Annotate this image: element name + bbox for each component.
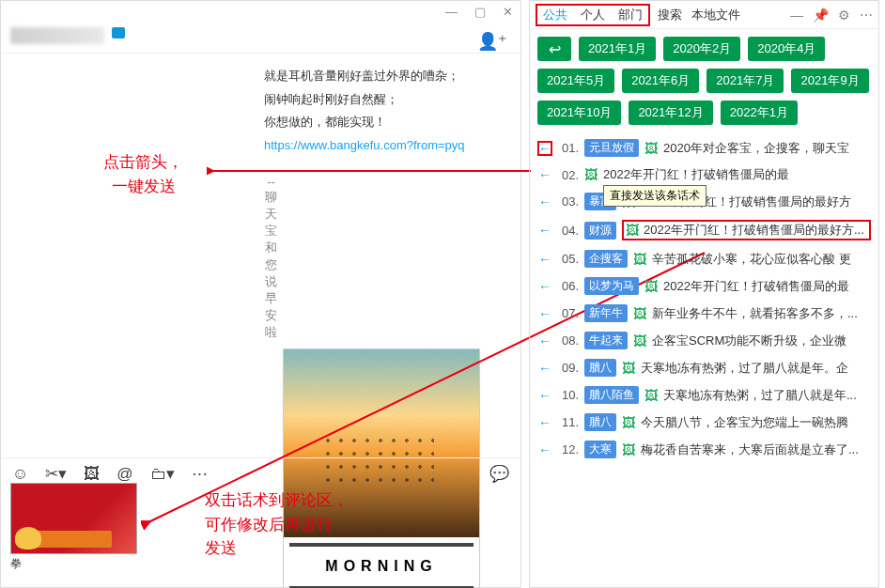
- more-icon[interactable]: ⋯: [192, 464, 208, 484]
- folder-button[interactable]: 2020年4月: [748, 37, 825, 61]
- message-line: 你想做的，都能实现！: [264, 111, 505, 134]
- row-tag: 腊八: [584, 413, 616, 431]
- row-title: 2020年对企客宝，企搜客，聊天宝: [663, 140, 871, 157]
- send-arrow-icon[interactable]: ←: [537, 388, 552, 403]
- folder-button[interactable]: 2021年6月: [622, 69, 699, 93]
- send-arrow-icon[interactable]: ←: [537, 333, 552, 348]
- send-arrow-icon[interactable]: ←: [537, 442, 552, 457]
- pin-icon[interactable]: 📌: [813, 8, 829, 23]
- more-icon[interactable]: ⋯: [860, 8, 873, 23]
- row-title: 梅花香自苦寒来，大寒后面就是立春了...: [641, 441, 871, 458]
- row-title: 企客宝SCRM功能不断升级，企业微: [652, 333, 871, 349]
- folder-list: ↩ 2021年1月 2020年2月 2020年4月 2021年5月 2021年6…: [530, 29, 878, 131]
- list-item[interactable]: ← 09. 腊八 🖼 天寒地冻有热粥，过了腊八就是年。企: [536, 354, 873, 381]
- row-tag: 财源: [584, 222, 616, 240]
- image-icon: 🖼: [644, 279, 658, 294]
- tab-search[interactable]: 搜索: [658, 7, 682, 23]
- row-number: 01.: [558, 141, 579, 155]
- minimize-icon[interactable]: —: [445, 5, 458, 19]
- send-arrow-icon[interactable]: ←: [537, 194, 552, 209]
- message-line: 闹钟响起时刚好自然醒；: [264, 88, 505, 112]
- row-title: 2022年开门红！打破销售僵局的最好方...: [644, 222, 867, 239]
- send-arrow-icon[interactable]: ←: [537, 223, 552, 238]
- message-link[interactable]: https://www.bangkefu.com?from=pyq: [264, 134, 505, 158]
- row-tag: 企搜客: [584, 250, 628, 268]
- send-arrow-icon[interactable]: ←: [537, 279, 552, 294]
- folder-icon[interactable]: 🗀▾: [150, 464, 175, 484]
- folder-button[interactable]: 2021年5月: [537, 69, 614, 93]
- list-item[interactable]: ← 02. 🖼 2022年开门红！打破销售僵局的最: [536, 162, 873, 188]
- image-icon: 🖼: [626, 223, 639, 238]
- annotation-callout-2: 双击话术到评论区， 可作修改后再进行 发送: [205, 488, 349, 561]
- emoji-icon[interactable]: ☺: [12, 465, 28, 484]
- send-arrow-icon[interactable]: ←: [537, 415, 552, 430]
- row-title: 天寒地冻有热粥，过了腊八就是年...: [663, 387, 871, 404]
- scissors-icon[interactable]: ✂▾: [45, 464, 67, 484]
- thumb-caption: 拳: [10, 556, 137, 572]
- row-number: 04.: [558, 224, 579, 238]
- folder-button[interactable]: 2021年7月: [706, 69, 784, 93]
- message-signature: -- 聊天宝和您说早安啦: [1, 175, 278, 341]
- annotation-callout-1: 点击箭头， 一键发送: [103, 150, 183, 198]
- folder-button[interactable]: 2021年12月: [629, 101, 712, 125]
- attached-image-thumbnail[interactable]: [10, 483, 137, 554]
- folder-button[interactable]: 2021年10月: [537, 101, 621, 125]
- tab-local-files[interactable]: 本地文件: [691, 7, 740, 23]
- list-item[interactable]: ← 04. 财源 🖼 2022年开门红！打破销售僵局的最好方...: [536, 215, 873, 245]
- minimize-icon[interactable]: —: [790, 8, 803, 23]
- gear-icon[interactable]: ⚙: [838, 8, 850, 23]
- image-icon: 🖼: [644, 141, 658, 156]
- send-arrow-icon[interactable]: ←: [537, 167, 552, 182]
- maximize-icon[interactable]: ▢: [474, 5, 486, 19]
- row-tag: 以梦为马: [584, 277, 639, 295]
- quote-icon[interactable]: 💬: [489, 464, 509, 484]
- list-item[interactable]: ← 11. 腊八 🖼 今天腊八节，企客宝为您端上一碗热腾: [536, 409, 873, 436]
- mention-icon[interactable]: @: [116, 465, 132, 484]
- send-arrow-icon[interactable]: ←: [537, 252, 552, 267]
- row-number: 11.: [558, 415, 579, 429]
- image-icon[interactable]: 🖼: [84, 465, 100, 484]
- monitor-icon: [112, 27, 125, 39]
- folder-button[interactable]: 2021年1月: [579, 37, 656, 61]
- list-item[interactable]: ← 10. 腊八陌鱼 🖼 天寒地冻有热粥，过了腊八就是年...: [536, 381, 873, 409]
- folder-button[interactable]: 2021年9月: [791, 69, 868, 93]
- tab-public[interactable]: 公共: [541, 7, 569, 23]
- folder-button[interactable]: 2022年1月: [721, 101, 798, 125]
- back-button[interactable]: ↩: [537, 37, 571, 61]
- add-user-icon[interactable]: 👤⁺: [477, 31, 507, 52]
- list-item[interactable]: ← 05. 企搜客 🖼 辛苦孤花破小寒，花心应似客心酸 更: [536, 245, 873, 272]
- list-item[interactable]: ← 12. 大寒 🖼 梅花香自苦寒来，大寒后面就是立春了...: [536, 436, 873, 463]
- send-arrow-icon[interactable]: ←: [537, 361, 552, 376]
- script-library-panel: 公共 个人 部门 搜索 本地文件 — 📌 ⚙ ⋯ ↩ 2021年1月 2020年…: [529, 0, 879, 588]
- row-number: 06.: [558, 279, 579, 293]
- row-tag: 元旦放假: [584, 139, 639, 157]
- row-title: 新年业务牛不牛，就看拓客多不多，...: [652, 305, 871, 322]
- highlighted-box: 🖼 2022年开门红！打破销售僵局的最好方...: [622, 220, 871, 240]
- list-item[interactable]: ← 06. 以梦为马 🖼 2022年开门红！打破销售僵局的最: [536, 272, 873, 300]
- message-line: 就是耳机音量刚好盖过外界的嘈杂；: [264, 65, 505, 88]
- row-number: 08.: [558, 333, 579, 348]
- input-area[interactable]: 拳: [10, 483, 137, 572]
- message-bubble: 就是耳机音量刚好盖过外界的嘈杂； 闹钟响起时刚好自然醒； 你想做的，都能实现！ …: [1, 54, 520, 165]
- image-icon: 🖼: [584, 167, 598, 182]
- send-arrow-icon[interactable]: ←: [537, 306, 552, 321]
- row-number: 03.: [558, 194, 579, 209]
- tab-department[interactable]: 部门: [616, 7, 644, 23]
- header-rest: 搜索 本地文件: [658, 7, 740, 23]
- side-header: 公共 个人 部门 搜索 本地文件 — 📌 ⚙ ⋯: [530, 1, 878, 29]
- image-icon: 🖼: [622, 442, 635, 457]
- send-arrow-icon[interactable]: ←: [537, 141, 552, 156]
- close-icon[interactable]: ✕: [503, 5, 513, 19]
- row-number: 02.: [558, 168, 579, 182]
- list-item[interactable]: ← 08. 牛起来 🖼 企客宝SCRM功能不断升级，企业微: [536, 327, 873, 354]
- list-item[interactable]: ← 07. 新年牛 🖼 新年业务牛不牛，就看拓客多不多，...: [536, 300, 873, 327]
- row-title: 今天腊八节，企客宝为您端上一碗热腾: [641, 414, 871, 431]
- tab-personal[interactable]: 个人: [579, 7, 607, 23]
- scope-tabs-boxed: 公共 个人 部门: [536, 4, 650, 26]
- row-title: 辛苦孤花破小寒，花心应似客心酸 更: [652, 251, 871, 268]
- list-item[interactable]: ← 01. 元旦放假 🖼 2020年对企客宝，企搜客，聊天宝: [536, 134, 873, 162]
- row-title: 天寒地冻有热粥，过了腊八就是年。企: [641, 360, 871, 377]
- folder-button[interactable]: 2020年2月: [663, 37, 740, 61]
- row-title: 2022年开门红！打破销售僵局的最: [663, 278, 871, 295]
- row-number: 07.: [558, 306, 579, 320]
